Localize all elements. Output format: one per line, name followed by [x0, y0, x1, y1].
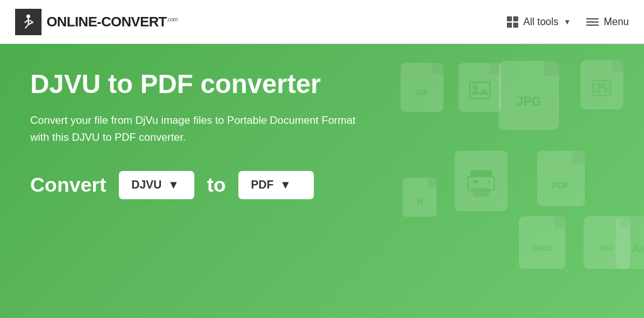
- grid-icon: [507, 16, 518, 28]
- to-format-value: PDF: [251, 178, 274, 192]
- hero-description: Convert your file from DjVu image files …: [30, 112, 370, 146]
- menu-button[interactable]: Menu: [586, 16, 629, 28]
- logo-box: [15, 9, 42, 35]
- to-format-select[interactable]: PDF ▼: [238, 171, 314, 199]
- hero-title: DJVU to PDF converter: [30, 69, 614, 99]
- logo-online: ONLINE-CONVERT: [47, 14, 167, 30]
- from-format-select[interactable]: DJVU ▼: [119, 171, 194, 199]
- logo-icon: [19, 13, 37, 31]
- all-tools-chevron-icon: ▼: [564, 18, 571, 26]
- header: ONLINE-CONVERT.com All tools ▼ Menu: [0, 0, 644, 44]
- from-format-value: DJVU: [131, 178, 162, 192]
- docx-bg-icon: DOCX: [518, 214, 567, 269]
- svg-point-1: [26, 14, 30, 18]
- to-label: to: [207, 173, 226, 197]
- logo-text: ONLINE-CONVERT.com: [47, 14, 178, 30]
- all-tools-label: All tools: [523, 16, 558, 28]
- converter-row: Convert DJVU ▼ to PDF ▼: [30, 171, 614, 199]
- font-bg-icon: Aa: [614, 214, 644, 269]
- logo-area: ONLINE-CONVERT.com: [15, 9, 178, 35]
- all-tools-button[interactable]: All tools ▼: [507, 16, 571, 28]
- to-format-chevron-icon: ▼: [280, 178, 291, 192]
- convert-label: Convert: [30, 173, 106, 197]
- logo-dotcom: .com: [167, 16, 178, 22]
- hamburger-icon: [586, 18, 599, 26]
- from-format-chevron-icon: ▼: [168, 178, 179, 192]
- nav-area: All tools ▼ Menu: [507, 16, 629, 28]
- tiff-bg-icon: TIFF: [582, 214, 631, 269]
- menu-label: Menu: [604, 16, 629, 28]
- hero-section: GIF JPG: [0, 44, 644, 318]
